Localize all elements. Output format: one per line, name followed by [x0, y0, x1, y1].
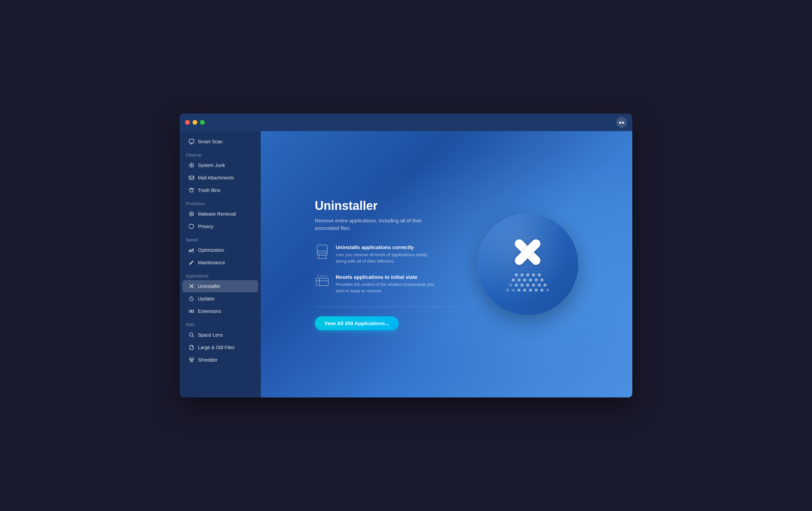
- maximize-button[interactable]: [200, 120, 205, 125]
- view-all-button[interactable]: View All 259 Applications...: [315, 316, 399, 330]
- settings-icon: ●●: [619, 120, 625, 125]
- sidebar-item-label: Mail Attachments: [198, 175, 234, 180]
- sidebar-item-label: Trash Bins: [198, 188, 220, 193]
- feature-text-1: Uninstalls applications correctly Lets y…: [336, 244, 437, 265]
- feature-desc-2: Provides full control of the related com…: [336, 281, 437, 294]
- sidebar-item-label: Privacy: [198, 224, 213, 229]
- minimize-button[interactable]: [193, 120, 197, 125]
- section-label-applications: Applications: [180, 269, 261, 280]
- smart-scan-icon: [188, 139, 195, 145]
- svg-rect-0: [189, 139, 194, 143]
- content-right: [477, 214, 578, 315]
- sidebar-item-trash-bins[interactable]: Trash Bins: [182, 184, 258, 196]
- sidebar-item-mail-attachments[interactable]: Mail Attachments: [182, 172, 258, 184]
- feature-title-1: Uninstalls applications correctly: [336, 244, 437, 250]
- uninstaller-graphic: [506, 237, 549, 292]
- sidebar-item-uninstaller[interactable]: Uninstaller: [182, 280, 258, 292]
- system-junk-icon: [188, 162, 195, 168]
- page-title: Uninstaller: [315, 199, 457, 213]
- feature-text-2: Resets applications to initial state Pro…: [336, 274, 437, 294]
- sidebar-item-label: Smart Scan: [198, 139, 223, 144]
- malware-icon: [188, 211, 195, 217]
- title-bar: ●●: [180, 114, 632, 131]
- sidebar-item-label: Large & Old Files: [198, 345, 234, 350]
- sidebar: Smart Scan Cleanup System Junk: [180, 131, 261, 397]
- sidebar-item-label: Updater: [198, 296, 215, 301]
- content-panel: Uninstaller Remove entire applications, …: [295, 178, 599, 350]
- sidebar-item-maintenance[interactable]: Maintenance: [182, 257, 258, 269]
- app-body: Smart Scan Cleanup System Junk: [180, 131, 632, 397]
- sidebar-item-malware-removal[interactable]: Malware Removal: [182, 208, 258, 220]
- main-content: Uninstaller Remove entire applications, …: [261, 131, 632, 397]
- sidebar-item-privacy[interactable]: Privacy: [182, 220, 258, 233]
- sidebar-item-label: Malware Removal: [198, 211, 236, 217]
- feature-item-1: Uninstalls applications correctly Lets y…: [315, 244, 457, 265]
- updater-icon: [188, 296, 195, 302]
- svg-rect-14: [317, 245, 327, 255]
- feature-desc-1: Lets you remove all kinds of application…: [336, 251, 437, 265]
- sidebar-item-label: System Junk: [198, 163, 225, 168]
- extensions-icon: [188, 308, 195, 314]
- sidebar-item-label: Space Lens: [198, 332, 223, 338]
- trash-icon: [188, 187, 195, 193]
- svg-rect-10: [189, 310, 191, 312]
- sidebar-item-system-junk[interactable]: System Junk: [182, 159, 258, 171]
- page-subtitle: Remove entire applications, including al…: [315, 217, 423, 232]
- sidebar-item-optimization[interactable]: Optimization: [182, 244, 258, 256]
- feature-list: Uninstalls applications correctly Lets y…: [315, 244, 457, 294]
- sidebar-item-label: Shredder: [198, 357, 218, 363]
- sidebar-item-updater[interactable]: Updater: [182, 293, 258, 305]
- feature-icon-resets: [315, 274, 330, 289]
- section-label-protection: Protection: [180, 197, 261, 208]
- title-bar-right: ●●: [616, 117, 627, 128]
- shredder-icon: [188, 357, 195, 363]
- close-button[interactable]: [185, 120, 190, 125]
- svg-rect-4: [189, 176, 194, 179]
- optimization-icon: [188, 247, 195, 253]
- svg-rect-18: [316, 278, 328, 286]
- settings-button[interactable]: ●●: [616, 117, 627, 128]
- dots-grid: [506, 273, 549, 292]
- sidebar-item-label: Uninstaller: [198, 284, 220, 289]
- content-left: Uninstaller Remove entire applications, …: [315, 199, 457, 330]
- feature-icon-uninstalls: [315, 244, 330, 259]
- app-icon: [477, 214, 578, 315]
- uninstaller-icon: [188, 283, 195, 289]
- large-files-icon: [188, 344, 195, 350]
- sidebar-item-shredder[interactable]: Shredder: [182, 354, 258, 366]
- section-label-speed: Speed: [180, 233, 261, 244]
- mail-icon: [188, 175, 195, 181]
- app-window: ●● Smart Scan Cleanup: [180, 114, 632, 397]
- divider: [315, 307, 457, 307]
- feature-title-2: Resets applications to initial state: [336, 274, 437, 280]
- sidebar-item-space-lens[interactable]: Space Lens: [182, 329, 258, 341]
- sidebar-item-label: Maintenance: [198, 260, 225, 265]
- section-label-cleanup: Cleanup: [180, 148, 261, 159]
- svg-rect-11: [192, 310, 194, 312]
- sidebar-item-smart-scan[interactable]: Smart Scan: [182, 136, 258, 148]
- traffic-lights: [185, 120, 205, 125]
- privacy-icon: [188, 223, 195, 229]
- feature-item-2: Resets applications to initial state Pro…: [315, 274, 457, 294]
- sidebar-item-extensions[interactable]: Extensions: [182, 305, 258, 317]
- space-lens-icon: [188, 332, 195, 338]
- sidebar-item-large-old-files[interactable]: Large & Old Files: [182, 341, 258, 354]
- sidebar-item-label: Optimization: [198, 247, 224, 253]
- section-label-files: Files: [180, 318, 261, 328]
- maintenance-icon: [188, 260, 195, 266]
- sidebar-item-label: Extensions: [198, 309, 221, 314]
